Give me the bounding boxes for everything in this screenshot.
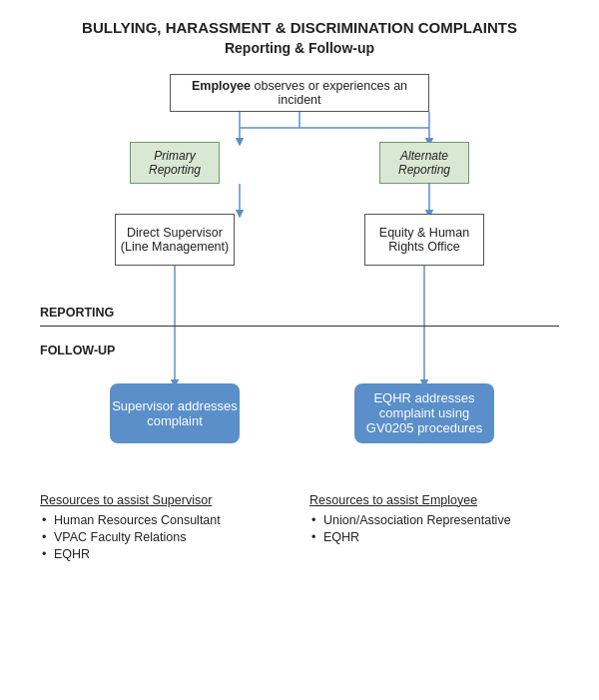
resources-left-title: Resources to assist Supervisor	[40, 493, 290, 507]
list-item: Union/Association Representative	[309, 513, 559, 527]
list-item: VPAC Faculty Relations	[40, 530, 290, 544]
list-item: Human Resources Consultant	[40, 513, 290, 527]
followup-label: FOLLOW-UP	[40, 344, 115, 357]
resources-right: Resources to assist Employee Union/Assoc…	[309, 493, 559, 564]
resources-right-title: Resources to assist Employee	[309, 493, 559, 507]
reporting-label: REPORTING	[40, 306, 114, 320]
divider	[40, 326, 559, 328]
list-item: EQHR	[309, 530, 559, 544]
resources-left: Resources to assist Supervisor Human Res…	[40, 493, 290, 564]
list-item: EQHR	[40, 547, 290, 561]
alternate-reporting-box: Alternate Reporting	[379, 142, 469, 184]
main-title: BULLYING, HARASSMENT & DISCRIMINATION CO…	[20, 18, 579, 38]
supervisor-box: Direct Supervisor (Line Management)	[115, 214, 235, 266]
eqhr-addr-box: EQHR addresses complaint using GV0205 pr…	[354, 383, 494, 443]
employee-box: Employee observes or experiences an inci…	[170, 74, 429, 112]
supervisor-addr-box: Supervisor addresses complaint	[110, 383, 240, 443]
resources-left-list: Human Resources Consultant VPAC Faculty …	[40, 513, 290, 561]
sub-title: Reporting & Follow-up	[20, 40, 579, 56]
resources-right-list: Union/Association Representative EQHR	[309, 513, 559, 544]
primary-reporting-box: Primary Reporting	[130, 142, 220, 184]
equity-box: Equity & Human Rights Office	[364, 214, 484, 266]
